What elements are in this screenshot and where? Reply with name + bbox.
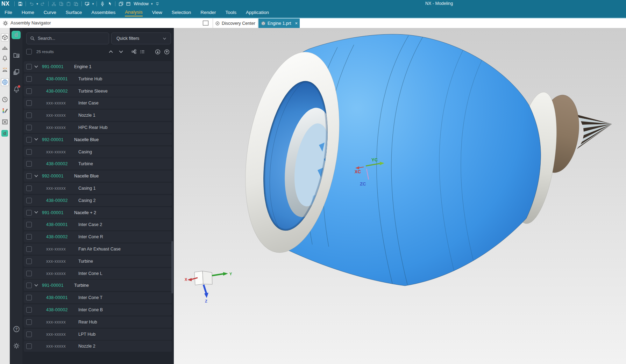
row-checkbox[interactable] xyxy=(26,149,32,155)
alerts-bell-icon[interactable] xyxy=(1,54,9,62)
paste-special-icon[interactable] xyxy=(73,1,79,7)
close-tab-icon[interactable]: × xyxy=(295,21,298,26)
tree-row[interactable]: xxx-xxxxxNozzle 2 xyxy=(24,341,172,352)
tree-row[interactable]: 438-00001Inter Case 2 xyxy=(24,219,172,230)
row-checkbox[interactable] xyxy=(26,64,32,70)
tree-row[interactable]: 438-00002Casing 2 xyxy=(24,195,172,206)
list-view-icon[interactable] xyxy=(140,49,145,54)
tree-row[interactable]: xxx-xxxxxTurbine xyxy=(24,256,172,267)
undo-dropdown-icon[interactable]: ▾ xyxy=(36,2,38,6)
row-checkbox[interactable] xyxy=(26,137,32,143)
move-up-circle-icon[interactable] xyxy=(164,49,170,54)
row-checkbox[interactable] xyxy=(26,295,32,300)
redo-icon[interactable] xyxy=(40,1,45,7)
tree-row[interactable]: 438-00001Turbine Hub xyxy=(24,73,172,85)
save-icon[interactable] xyxy=(17,1,23,7)
minimize-ribbon-icon[interactable] xyxy=(155,1,160,7)
orientation-triad[interactable]: X Y Z xyxy=(185,271,232,303)
row-checkbox[interactable] xyxy=(26,234,32,240)
folder-settings-icon[interactable] xyxy=(12,51,21,59)
tree-row[interactable]: 438-00002Turbine xyxy=(24,158,172,169)
new-window-icon[interactable] xyxy=(126,1,131,7)
chevron-down-icon[interactable] xyxy=(34,210,39,215)
menu-render[interactable]: Render xyxy=(200,10,216,16)
touch-mode-icon[interactable] xyxy=(107,1,112,7)
tree-row[interactable]: xxx-xxxxxInter Case xyxy=(24,97,172,109)
d-badge-icon[interactable]: d xyxy=(1,130,8,137)
menu-home[interactable]: Home xyxy=(22,10,34,16)
menu-curve[interactable]: Curve xyxy=(44,10,56,16)
copy-display-icon[interactable] xyxy=(118,1,123,7)
row-checkbox[interactable] xyxy=(26,198,32,203)
cut-icon[interactable] xyxy=(51,1,57,7)
viewport-3d[interactable]: YC XC ZC X Y xyxy=(174,28,626,364)
layers-icon[interactable] xyxy=(12,68,21,76)
row-checkbox[interactable] xyxy=(26,112,32,118)
tree-row[interactable]: 991-00001Engine 1 xyxy=(24,61,172,72)
row-checkbox[interactable] xyxy=(26,283,32,288)
row-checkbox[interactable] xyxy=(26,222,32,227)
menu-surface[interactable]: Surface xyxy=(66,10,82,16)
panel-scrollbar[interactable] xyxy=(171,241,173,293)
row-checkbox[interactable] xyxy=(26,76,32,82)
row-checkbox[interactable] xyxy=(26,307,32,313)
window-menu[interactable]: Window xyxy=(134,1,149,6)
roles-pen-icon[interactable] xyxy=(1,107,9,115)
row-checkbox[interactable] xyxy=(26,88,32,94)
float-panel-icon[interactable] xyxy=(203,21,208,26)
tree-row[interactable]: xxx-xxxxxRear Hub xyxy=(24,316,172,328)
tree-row[interactable]: xxx-xxxxxLPT Hub xyxy=(24,329,172,340)
row-checkbox[interactable] xyxy=(26,125,32,130)
tree-row[interactable]: 438-00002Inter Cone B xyxy=(24,304,172,315)
row-checkbox[interactable] xyxy=(26,271,32,276)
d-app-icon[interactable]: d xyxy=(12,31,21,39)
tree-row[interactable]: xxx-xxxxxNozzle 1 xyxy=(24,110,172,121)
tree-row[interactable]: xxx-xxxxxFan Air Exhuast Case xyxy=(24,243,172,255)
search-input[interactable] xyxy=(38,36,97,41)
row-checkbox[interactable] xyxy=(26,343,32,349)
collapse-all-icon[interactable] xyxy=(118,49,124,54)
tree-row[interactable]: 438-00002Turbine Sleeve xyxy=(24,86,172,97)
paste-icon[interactable] xyxy=(66,1,71,7)
tree-row[interactable]: xxx-xxxxxHPC Rear Hub xyxy=(24,122,172,133)
part-issues-icon[interactable] xyxy=(1,66,9,73)
tab-discovery-center[interactable]: Discovery Center xyxy=(213,19,258,28)
hierarchy-view-icon[interactable] xyxy=(131,49,137,54)
tree-row[interactable]: 438-00002Inter Cone R xyxy=(24,231,172,242)
chevron-down-icon[interactable] xyxy=(34,137,39,142)
tree-row[interactable]: 991-00001Nacelle + 2 xyxy=(24,207,172,218)
tree-row[interactable]: xxx-xxxxxInter Cone L xyxy=(24,268,172,279)
tree-row[interactable]: xxx-xxxxxCasing 1 xyxy=(24,183,172,194)
row-checkbox[interactable] xyxy=(26,100,32,106)
tree-row[interactable]: xxx-xxxxxCasing xyxy=(24,146,172,158)
help-icon[interactable]: ? xyxy=(12,325,21,333)
menu-analysis[interactable]: Analysis xyxy=(125,9,142,16)
row-checkbox[interactable] xyxy=(26,332,32,337)
menu-assemblies[interactable]: Assemblies xyxy=(91,10,115,16)
menu-file[interactable]: File xyxy=(5,10,12,16)
search-box[interactable] xyxy=(26,32,109,44)
tree-row[interactable]: 991-00001Turbine xyxy=(24,280,172,291)
row-checkbox[interactable] xyxy=(26,173,32,179)
chevron-down-icon[interactable] xyxy=(34,283,39,288)
web-browser-icon[interactable] xyxy=(1,78,9,86)
menu-tools[interactable]: Tools xyxy=(226,10,237,16)
navigator-settings-gear-icon[interactable] xyxy=(2,20,8,26)
row-checkbox[interactable] xyxy=(26,319,32,325)
menu-application[interactable]: Application xyxy=(246,10,269,16)
row-checkbox[interactable] xyxy=(26,259,32,264)
select-all-checkbox[interactable] xyxy=(26,49,32,54)
settings-gear-icon[interactable] xyxy=(12,342,21,350)
row-checkbox[interactable] xyxy=(26,210,32,216)
expand-all-icon[interactable] xyxy=(108,49,114,54)
tree-row[interactable]: 438-00001Inter Cone T xyxy=(24,292,172,303)
repeat-command-icon[interactable] xyxy=(85,1,90,7)
menu-view[interactable]: View xyxy=(152,10,162,16)
microphone-icon[interactable] xyxy=(100,1,105,7)
repeat-dropdown-icon[interactable]: ▾ xyxy=(92,2,94,6)
history-clock-icon[interactable] xyxy=(1,96,9,103)
row-checkbox[interactable] xyxy=(26,185,32,191)
tab-engine-part[interactable]: Engine 1.prt × xyxy=(258,19,300,28)
tree-row[interactable]: 992-00001Nacelle Blue xyxy=(24,170,172,182)
quick-filters-dropdown[interactable]: Quick filters xyxy=(111,32,171,44)
